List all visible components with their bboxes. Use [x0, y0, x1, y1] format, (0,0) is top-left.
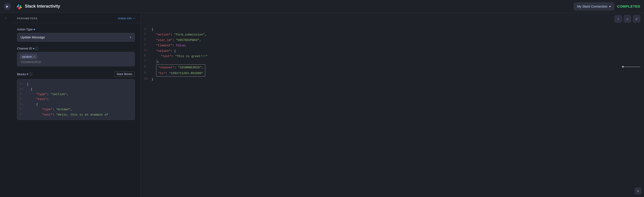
params-body: Action Type Update Message ▾ Channel ID … — [12, 23, 140, 130]
action-type-field: Action Type Update Message ▾ — [17, 28, 135, 42]
json-line-2: 2 "action": "form_submission", — [144, 32, 640, 37]
slack-logo-icon — [15, 3, 22, 10]
play-button[interactable]: ▶ — [4, 3, 11, 10]
channel-tag-remove-button[interactable]: × — [34, 55, 35, 58]
action-type-dropdown[interactable]: Update Message ▾ — [17, 33, 135, 42]
params-section-title: PARAMETERS — [17, 17, 38, 20]
channel-id-label: Channel ID i — [17, 47, 135, 50]
search-button[interactable]: ⌕ — [624, 15, 631, 22]
app-title: Slack Interactivity — [25, 4, 60, 9]
json-viewer[interactable]: 1 ▾ { 2 "action": "form_submission", 3 "… — [140, 25, 644, 197]
connection-label: My Slack Connection — [577, 4, 608, 8]
json-line-1: 1 ▾ { — [144, 27, 640, 32]
connection-dropdown[interactable]: My Slack Connection ▾ — [574, 2, 614, 10]
code-line-2: 2▾ { — [17, 87, 134, 92]
completed-status-badge: COMPLETED — [617, 4, 640, 8]
blocks-header: Blocks i Slack Blocks — [17, 71, 135, 77]
parameters-panel: PARAMETERS Action info ↗ Action Type Upd… — [12, 13, 140, 197]
arrow-line-icon — [622, 67, 640, 67]
json-line-4: 4 "timeout": false, — [144, 43, 640, 48]
blocks-code-editor[interactable]: 1▾ [ 2▾ { 3 "type": "section", — [17, 79, 135, 120]
collapse-button[interactable]: ‹ — [614, 15, 622, 22]
code-line-6: 6 "type": "mrkdwn", — [17, 107, 134, 112]
channel-id-field: Channel ID i random × C01NMAE3R1D — [17, 47, 135, 66]
json-viewer-panel: ‹ ⌕ ⤢ 1 ▾ { 2 "action": "form_submission… — [140, 13, 644, 197]
main-content: 1 PARAMETERS Action info ↗ Action Type U… — [0, 13, 644, 197]
channel-required-indicator — [33, 48, 34, 49]
json-line-9: 9 "ts": "1692711264.801009" — [144, 70, 620, 76]
topbar-right: My Slack Connection ▾ COMPLETED — [574, 2, 640, 10]
code-line-3: 3 "type": "section", — [17, 92, 134, 97]
code-line-1: 1▾ [ — [17, 82, 134, 87]
code-line-4: 4 "text": — [17, 97, 134, 102]
json-highlighted-block: 8 "channel": "C01NMAE3R1D", 9 "ts": "16 — [144, 64, 640, 77]
play-icon: ▶ — [6, 4, 8, 8]
channel-input[interactable]: random × C01NMAE3R1D — [17, 52, 135, 66]
arrow-annotation — [622, 67, 640, 67]
chevron-down-icon: ▾ — [637, 189, 639, 193]
dropdown-chevron-icon: ▾ — [609, 4, 611, 8]
json-line-8: 8 "channel": "C01NMAE3R1D", — [144, 64, 620, 70]
json-line-7: 7 }, — [144, 59, 640, 64]
channel-info-icon[interactable]: i — [35, 47, 38, 50]
json-line-3: 3 "user_id": "U057GD2PWH4", — [144, 37, 640, 43]
expand-button[interactable]: ⤢ — [633, 15, 640, 22]
json-line-6: 6 "text": "This is great!!!" — [144, 54, 640, 59]
channel-tag: random × — [20, 54, 37, 59]
scroll-down-area: ▾ — [635, 188, 641, 194]
scroll-down-button[interactable]: ▾ — [635, 188, 641, 194]
dropdown-chevron-icon: ▾ — [130, 35, 131, 39]
search-icon: ⌕ — [626, 17, 628, 21]
sidebar-line-numbers: 1 — [0, 13, 12, 197]
channel-id-value: C01NMAE3R1D — [20, 60, 132, 64]
slack-blocks-button[interactable]: Slack Blocks — [114, 71, 135, 77]
topbar-left: ▶ Slack Interactivity — [4, 3, 60, 10]
json-line-10: 10 } — [144, 77, 640, 82]
blocks-required-indicator — [27, 73, 28, 75]
topbar: ▶ Slack Interactivity My Slack Connectio… — [0, 0, 644, 13]
blocks-info-icon[interactable]: i — [29, 72, 32, 76]
code-line-7: 7 "text": "Hello, this is an example of — [17, 112, 134, 117]
external-link-icon: ↗ — [133, 17, 135, 20]
params-header: PARAMETERS Action info ↗ — [12, 13, 140, 23]
required-indicator — [34, 29, 35, 30]
action-type-label: Action Type — [17, 28, 135, 31]
chevron-left-icon: ‹ — [618, 17, 619, 21]
action-type-value: Update Message — [20, 35, 45, 39]
blocks-field: Blocks i Slack Blocks 1▾ [ — [17, 71, 135, 120]
action-info-label: Action info — [118, 16, 132, 20]
action-info-link[interactable]: Action info ↗ — [118, 16, 135, 20]
expand-icon: ⤢ — [635, 17, 638, 21]
code-line-5: 5▾ { — [17, 102, 134, 107]
json-panel-toolbar: ‹ ⌕ ⤢ — [140, 13, 644, 25]
json-line-5: 5 ▾ "values": { — [144, 48, 640, 54]
blocks-label: Blocks i — [17, 72, 32, 76]
channel-tag-label: random — [22, 55, 32, 58]
